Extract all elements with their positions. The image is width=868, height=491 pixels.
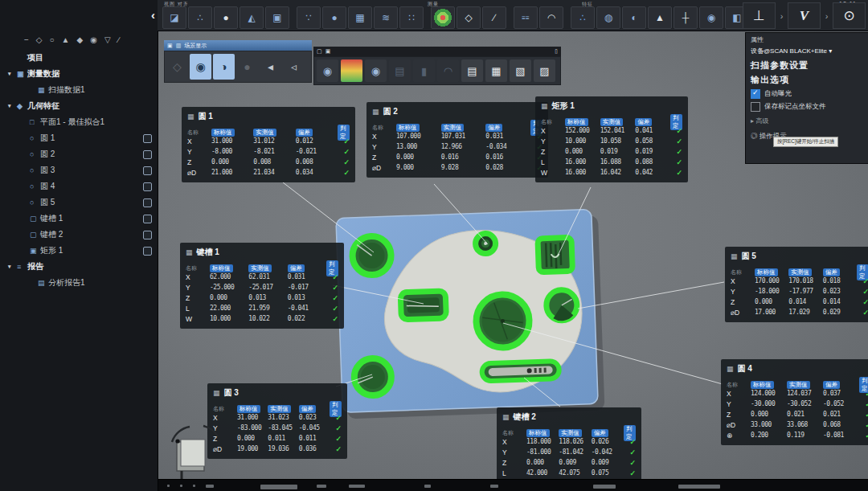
tree-item-1[interactable]: ▾▣测量数据 — [0, 66, 158, 82]
pick-box-icon[interactable]: ▣ — [265, 6, 289, 29]
tree-item-checkbox[interactable] — [143, 182, 152, 191]
tree-item-checkbox[interactable] — [143, 150, 152, 159]
tree-item-12[interactable]: ▣矩形 1 — [0, 243, 158, 259]
select-arrow-icon[interactable]: ◇ — [36, 35, 43, 44]
feature-slot-1[interactable] — [400, 291, 446, 320]
colormap-target-icon[interactable] — [431, 6, 455, 29]
feature-sphere-icon[interactable]: ◍ — [596, 6, 620, 29]
section-b-icon[interactable]: ▮ — [413, 59, 435, 82]
feature-circle-right[interactable] — [546, 289, 577, 321]
save-markers-checkbox[interactable] — [751, 102, 760, 112]
tree-item-13[interactable]: ▾≡报告 — [0, 259, 158, 275]
feature-points-icon[interactable]: ∴ — [571, 6, 595, 29]
sidebar-collapse-chevron[interactable]: ‹ — [151, 8, 155, 22]
rotate-left-icon[interactable]: ◂ — [260, 54, 281, 80]
callout-title-row[interactable]: ▦圆 5 — [731, 251, 868, 262]
point-cloud-icon[interactable]: ∵ — [297, 6, 321, 29]
section-c-icon[interactable]: ◠ — [437, 59, 459, 82]
tree-item-checkbox[interactable] — [143, 215, 152, 223]
taskbar-item-3[interactable] — [206, 485, 214, 488]
deviation-probe-icon[interactable]: ◉ — [317, 59, 338, 82]
taskbar-item-1[interactable] — [180, 485, 182, 487]
callout-title-row[interactable]: ▦键槽 2 — [502, 411, 636, 423]
device-selector[interactable]: 设备@SCAN BLACK+Elite ▾ — [746, 45, 868, 57]
feature-circle-2[interactable] — [475, 233, 496, 254]
feature-slot-long[interactable] — [481, 361, 559, 381]
callout-title-row[interactable]: ▦键槽 1 — [186, 247, 338, 258]
callout-title-row[interactable]: ▦圆 4 — [727, 363, 868, 374]
probe-device-icon[interactable]: ∴ — [188, 6, 212, 29]
fit-blob-icon[interactable]: ● — [214, 6, 238, 29]
taskbar-item-4[interactable] — [260, 485, 297, 489]
annotation-visibility-icon[interactable]: ◑ — [213, 54, 235, 80]
notes-page-icon[interactable]: ▨ — [534, 59, 555, 82]
colormap-scale-icon[interactable]: ▮ — [341, 59, 362, 82]
taskbar-item-5[interactable] — [317, 485, 326, 488]
feature-circle-big[interactable] — [475, 293, 530, 348]
taskbar-item-9[interactable] — [593, 485, 616, 489]
tree-item-14[interactable]: ▤分析报告1 — [0, 275, 158, 291]
tree-item-8[interactable]: ○圆 4 — [0, 178, 158, 194]
callout-title-row[interactable]: ▦矩形 1 — [541, 100, 682, 112]
tree-item-0[interactable]: 项目 — [0, 50, 158, 66]
feature-group-icon[interactable]: ○ — [50, 35, 55, 44]
gauge-readout-icon[interactable]: ≡≡ — [514, 6, 538, 29]
filter-funnel-icon[interactable]: ▽ — [104, 35, 111, 44]
feature-cone-icon[interactable]: ▲ — [648, 6, 672, 29]
feature-square-1[interactable] — [538, 237, 572, 272]
tree-item-5[interactable]: ○圆 1 — [0, 130, 158, 146]
feature-pair-icon[interactable]: ◐ — [622, 6, 646, 29]
ghost-model-icon[interactable]: ◇ — [166, 54, 188, 80]
scene-toolbar-titlebar[interactable]: ▣ ▥ 场景显示 — [164, 40, 312, 51]
annotate-tag-icon[interactable]: ◇ — [457, 6, 481, 29]
callout-title-row[interactable]: ▦圆 1 — [187, 111, 350, 122]
section-a-icon[interactable]: ▤ — [389, 59, 411, 82]
rotate-right-icon[interactable]: ◃ — [283, 54, 305, 80]
tree-item-checkbox[interactable] — [143, 134, 152, 143]
vector-tool-icon[interactable]: V — [788, 2, 821, 29]
grid-mesh-icon[interactable]: ▦ — [348, 6, 372, 29]
layer-stack-icon[interactable]: ≋ — [374, 6, 398, 29]
table-page-icon[interactable]: ▦ — [485, 59, 507, 82]
eye-visibility-icon[interactable]: ◉ — [190, 54, 211, 80]
advanced-toggle[interactable]: ▸ 高级 — [746, 112, 868, 125]
minimize-icon[interactable]: − — [24, 35, 29, 44]
tree-item-10[interactable]: ▢键槽 1 — [0, 211, 158, 227]
view-cube-face[interactable] — [181, 440, 205, 466]
user-view-icon[interactable]: ▲ — [62, 35, 70, 44]
callout-title-row[interactable]: ▦圆 2 — [372, 106, 542, 117]
vector-expand-chevron[interactable]: › — [823, 11, 830, 21]
tree-item-checkbox[interactable] — [143, 231, 152, 239]
feature-circle-1[interactable] — [352, 235, 392, 276]
visibility-eye-icon[interactable]: ◉ — [90, 35, 97, 44]
measurement-report-icon[interactable]: ◪ — [162, 6, 186, 29]
feature-circle-3[interactable] — [354, 358, 392, 396]
auto-exposure-checkbox[interactable] — [751, 89, 760, 99]
tree-item-9[interactable]: ○圆 5 — [0, 194, 158, 211]
region-select-icon[interactable]: ◉ — [699, 6, 723, 29]
tree-item-4[interactable]: □平面1 - 最佳拟合1 — [0, 114, 158, 130]
tree-item-6[interactable]: ○圆 2 — [0, 146, 158, 162]
slash-icon[interactable]: ∕ — [118, 35, 120, 44]
tree-item-11[interactable]: ▢键槽 2 — [0, 227, 158, 243]
taskbar-item-2[interactable] — [193, 485, 195, 487]
tree-item-checkbox[interactable] — [143, 247, 152, 256]
tree-item-7[interactable]: ○圆 3 — [0, 162, 158, 178]
compare-probe-icon[interactable]: ◉ — [365, 59, 387, 82]
hole-array-icon[interactable]: ∷ — [399, 6, 424, 29]
tree-item-checkbox[interactable] — [143, 166, 152, 175]
report-page-icon[interactable]: ▤ — [461, 59, 483, 82]
crosshair-icon[interactable]: ┼ — [674, 6, 698, 29]
chart-page-icon[interactable]: ▧ — [510, 59, 531, 82]
taskbar-item-10[interactable] — [678, 485, 720, 489]
taskbar-item-6[interactable] — [349, 485, 365, 488]
align-scan-icon[interactable]: ◭ — [240, 6, 264, 29]
curve-arc-icon[interactable]: ◠ — [539, 6, 563, 29]
broom-expand-chevron[interactable]: › — [778, 11, 785, 21]
callout-title-row[interactable]: ▦圆 3 — [213, 387, 342, 399]
taskbar-item-7[interactable] — [424, 485, 431, 488]
review-toolbar-titlebar[interactable]: ▢ ▣ ▯ — [313, 47, 561, 56]
tree-item-checkbox[interactable] — [143, 198, 152, 207]
paint-icon[interactable]: ◆ — [77, 35, 84, 44]
mesh-fill-icon[interactable]: ● — [322, 6, 346, 29]
